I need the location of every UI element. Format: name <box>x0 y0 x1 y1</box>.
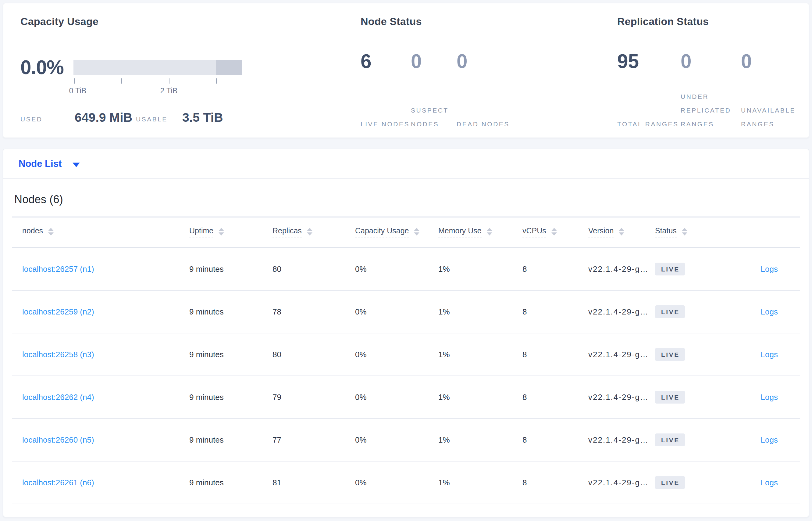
status-badge: LIVE <box>655 305 685 318</box>
table-row: localhost:26260 (n5) 9 minutes 77 0% 1% … <box>12 419 800 461</box>
logs-link[interactable]: Logs <box>761 478 778 487</box>
replicas-cell: 80 <box>272 265 355 274</box>
table-row: localhost:26257 (n1) 9 minutes 80 0% 1% … <box>12 248 800 291</box>
unavailable-ranges-stat: 0 UNAVAILABLE RANGES <box>741 49 811 131</box>
logs-link[interactable]: Logs <box>761 392 778 402</box>
table-title: Nodes (6) <box>14 193 809 206</box>
under-replicated-ranges-stat: 0 UNDER-REPLICATED RANGES <box>680 49 741 131</box>
axis-tick-label: 0 TiB <box>69 86 87 95</box>
column-header-vcpus[interactable]: vCPUs <box>522 227 588 238</box>
view-selector-label: Node List <box>19 158 62 169</box>
logs-link[interactable]: Logs <box>761 265 778 274</box>
usable-value: 3.5 TiB <box>182 110 223 125</box>
vcpus-cell: 8 <box>522 265 588 274</box>
total-ranges-value: 95 <box>617 49 680 73</box>
axis-tick <box>74 78 75 84</box>
used-label: USED <box>20 116 42 123</box>
column-header-capacity-usage[interactable]: Capacity Usage <box>355 227 438 238</box>
table-row: localhost:26259 (n2) 9 minutes 78 0% 1% … <box>12 291 800 333</box>
table-header-row: nodes Uptime Replicas Capacity Usage Mem… <box>12 218 800 248</box>
capacity-usage-cell: 0% <box>355 392 438 402</box>
sort-icon <box>414 228 420 235</box>
replicas-cell: 77 <box>272 435 355 445</box>
column-header-status[interactable]: Status <box>655 227 710 238</box>
node-list-panel: Node List Nodes (6) nodes Uptime Replica… <box>3 149 809 517</box>
status-badge: LIVE <box>655 263 685 275</box>
vcpus-cell: 8 <box>522 350 588 359</box>
vcpus-cell: 8 <box>522 392 588 402</box>
capacity-usage-cell: 0% <box>355 435 438 445</box>
memory-use-cell: 1% <box>438 350 522 359</box>
memory-use-cell: 1% <box>438 392 522 402</box>
node-link[interactable]: localhost:26259 (n2) <box>22 307 94 316</box>
live-nodes-stat: 6 LIVE NODES <box>361 49 411 131</box>
node-status-section: Node Status 6 LIVE NODES 0 SUSPECT NODES… <box>361 16 574 27</box>
sort-icon <box>218 228 224 235</box>
replicas-cell: 78 <box>272 307 355 317</box>
cluster-summary-panel: Capacity Usage 0.0% 0 TiB 2 TiB USED 649… <box>3 3 809 138</box>
vcpus-cell: 8 <box>522 307 588 317</box>
version-cell: v22.1.4-29-g… <box>588 435 655 445</box>
node-status-title: Node Status <box>361 16 574 27</box>
uptime-cell: 9 minutes <box>189 478 272 488</box>
dead-nodes-stat: 0 DEAD NODES <box>457 49 521 131</box>
replication-status-title: Replication Status <box>617 16 812 27</box>
replicas-cell: 80 <box>272 350 355 359</box>
view-selector-dropdown[interactable]: Node List <box>3 149 809 179</box>
uptime-cell: 9 minutes <box>189 265 272 274</box>
replication-status-section: Replication Status 95 TOTAL RANGES 0 UND… <box>617 16 812 27</box>
column-header-nodes[interactable]: nodes <box>22 227 189 238</box>
status-badge: LIVE <box>655 433 685 446</box>
nodes-table: nodes Uptime Replicas Capacity Usage Mem… <box>12 216 800 504</box>
logs-link[interactable]: Logs <box>761 350 778 359</box>
used-value: 649.9 MiB <box>75 110 132 125</box>
capacity-usage-title: Capacity Usage <box>20 16 252 27</box>
column-header-uptime[interactable]: Uptime <box>189 227 272 238</box>
version-cell: v22.1.4-29-g… <box>588 392 655 402</box>
live-nodes-label: LIVE NODES <box>361 117 411 131</box>
node-link[interactable]: localhost:26257 (n1) <box>22 265 94 274</box>
version-cell: v22.1.4-29-g… <box>588 307 655 317</box>
dead-nodes-label: DEAD NODES <box>457 117 521 131</box>
sort-icon <box>487 228 492 235</box>
capacity-bar-track <box>73 60 242 75</box>
column-header-version[interactable]: Version <box>588 227 655 238</box>
node-link[interactable]: localhost:26260 (n5) <box>22 435 94 445</box>
column-header-replicas[interactable]: Replicas <box>272 227 355 238</box>
sort-icon <box>307 228 312 235</box>
capacity-usage-cell: 0% <box>355 350 438 359</box>
usable-label: USABLE <box>136 116 168 123</box>
axis-tick <box>121 78 122 84</box>
logs-link[interactable]: Logs <box>761 307 778 316</box>
table-row: localhost:26262 (n4) 9 minutes 79 0% 1% … <box>12 376 800 419</box>
axis-tick <box>216 78 217 84</box>
status-badge: LIVE <box>655 348 685 361</box>
suspect-nodes-value: 0 <box>411 49 457 73</box>
unavailable-ranges-value: 0 <box>741 49 811 73</box>
vcpus-cell: 8 <box>522 478 588 488</box>
axis-tick <box>169 78 169 84</box>
dead-nodes-value: 0 <box>457 49 521 73</box>
status-badge: LIVE <box>655 391 685 404</box>
capacity-usage-cell: 0% <box>355 478 438 488</box>
uptime-cell: 9 minutes <box>189 435 272 445</box>
node-link[interactable]: localhost:26262 (n4) <box>22 392 94 402</box>
live-nodes-value: 6 <box>361 49 411 73</box>
column-header-memory-use[interactable]: Memory Use <box>438 227 522 238</box>
node-link[interactable]: localhost:26261 (n6) <box>22 478 94 487</box>
capacity-used-percent: 0.0% <box>20 55 73 80</box>
unavailable-ranges-label: UNAVAILABLE RANGES <box>741 104 811 131</box>
axis-tick-label: 2 TiB <box>160 86 178 95</box>
chevron-down-icon <box>73 163 80 167</box>
node-link[interactable]: localhost:26258 (n3) <box>22 350 94 359</box>
version-cell: v22.1.4-29-g… <box>588 350 655 359</box>
memory-use-cell: 1% <box>438 307 522 317</box>
uptime-cell: 9 minutes <box>189 350 272 359</box>
suspect-nodes-label: SUSPECT NODES <box>411 104 457 131</box>
logs-link[interactable]: Logs <box>761 435 778 445</box>
capacity-bar-nonusable-segment <box>216 60 242 75</box>
uptime-cell: 9 minutes <box>189 307 272 317</box>
total-ranges-label: TOTAL RANGES <box>617 117 680 131</box>
capacity-usage-bar: 0 TiB 2 TiB <box>73 60 242 109</box>
sort-icon <box>48 228 54 235</box>
